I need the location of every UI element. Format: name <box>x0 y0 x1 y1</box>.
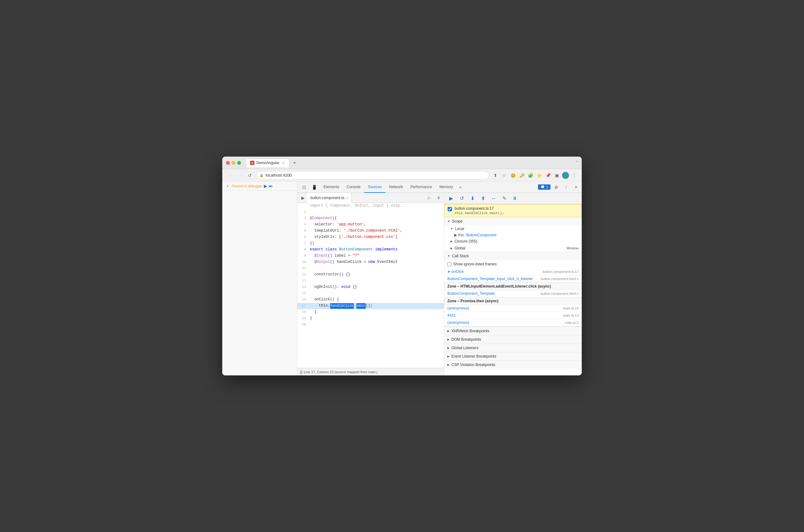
url-lock-icon: 🔒 <box>260 173 264 177</box>
format-button[interactable]: {} <box>300 369 303 374</box>
call-stack-item-template[interactable]: ButtonComponent_Template button.componen… <box>444 290 582 297</box>
more-menu-icon[interactable]: ⋮ <box>571 172 578 179</box>
file-navigator-icon[interactable]: ▶ <box>299 193 307 202</box>
tab-elements[interactable]: Elements <box>320 182 343 193</box>
local-header[interactable]: ▼ Local <box>444 225 582 232</box>
code-line-18: 18 } <box>297 309 444 316</box>
minimize-button[interactable] <box>232 161 235 165</box>
xhr-fetch-breakpoints-header[interactable]: ▶ XHR/fetch Breakpoints <box>444 327 582 335</box>
global-listeners-chevron: ▶ <box>447 346 449 349</box>
dom-breakpoints-header[interactable]: ▶ DOM Breakpoints <box>444 335 582 343</box>
bookmark-icon[interactable]: ☆ <box>500 172 508 179</box>
resume-icon[interactable]: ▶ <box>264 184 267 189</box>
pin-icon[interactable]: 📌 <box>544 172 552 179</box>
csp-label: CSP Violation Breakpoints <box>452 363 495 367</box>
devtools-settings-button[interactable]: ⚙ <box>552 183 560 192</box>
tab-network[interactable]: Network <box>385 182 407 193</box>
add-breakpoint-button[interactable]: + <box>225 184 230 189</box>
tab-performance[interactable]: Performance <box>407 182 436 193</box>
deactivate-breakpoints-button[interactable]: ✎ <box>500 194 509 203</box>
user-avatar[interactable] <box>562 172 569 179</box>
show-ignored-checkbox[interactable] <box>447 262 452 266</box>
device-toolbar-icon[interactable]: 📱 <box>310 183 319 192</box>
title-bar: A DemoAngular × + ˅ <box>222 157 582 169</box>
sidebar-icon[interactable]: ▣ <box>553 172 560 179</box>
snippets-icon[interactable]: ▷ <box>425 194 433 202</box>
csp-violation-breakpoints-header[interactable]: ▶ CSP Violation Breakpoints <box>444 360 582 369</box>
global-header[interactable]: ▶ Global Window <box>444 245 582 252</box>
devtools-tabs: ⊡ 📱 Elements Console Sources Network Per… <box>297 182 582 193</box>
editor-tab-close[interactable]: × <box>346 196 348 200</box>
pause-on-exceptions-button[interactable]: ⏸ <box>511 194 519 203</box>
code-line-7: 7 }) <box>297 240 444 247</box>
show-ignored-row: Show ignore-listed frames <box>444 260 582 268</box>
tab-memory[interactable]: Memory <box>436 182 457 193</box>
editor-toolbar: ▶ button.component.ts × ▷ ⏸ <box>297 193 444 203</box>
console-badge-button[interactable]: 💬 1 <box>538 185 551 190</box>
back-button[interactable]: ← <box>226 172 233 179</box>
editor-pause-icon[interactable]: ⏸ <box>435 194 443 202</box>
global-listeners-label: Global Listeners <box>452 346 479 350</box>
close-button[interactable] <box>226 161 230 165</box>
closure-label: Closure (355) <box>455 239 477 244</box>
tab-menu-button[interactable]: ˅ <box>576 161 578 165</box>
new-tab-button[interactable]: + <box>291 159 298 167</box>
left-sidebar: + Paused in debugger ▶ ⏭ <box>222 182 297 375</box>
call-stack-item-anonymous-2[interactable]: (anonymous) main.js:2 <box>444 319 582 326</box>
code-line-14: 14 ngOnInit(): void {} <box>297 284 444 290</box>
xhr-label: XHR/fetch Breakpoints <box>452 329 489 333</box>
closure-header[interactable]: ▶ Closure (355) <box>444 238 582 245</box>
call-stack-item-template-listener[interactable]: ButtonComponent_Template_input_click_0_l… <box>444 276 582 283</box>
maximize-button[interactable] <box>237 161 241 165</box>
tab-close-button[interactable]: × <box>281 161 285 165</box>
resume-execution-button[interactable]: ▶ <box>447 194 456 203</box>
call-stack-item-anonymous-1[interactable]: (anonymous) main.ts:15 <box>444 305 582 312</box>
tab-sources[interactable]: Sources <box>364 182 385 193</box>
editor-actions: ▷ ⏸ <box>425 194 443 202</box>
plus-icon: + <box>227 184 229 188</box>
breakpoint-code: this.handleClick.emit(); <box>455 211 504 215</box>
url-bar[interactable]: 🔒 localhost:4200 <box>256 171 489 180</box>
share-icon[interactable]: ⬆ <box>492 172 499 179</box>
scope-this-item[interactable]: ▶ this: ButtonComponent <box>444 232 582 238</box>
profile-icon[interactable]: 😊 <box>509 172 517 179</box>
password-icon[interactable]: 🔑 <box>518 172 525 179</box>
editor-tab-file[interactable]: button.component.ts × <box>307 193 352 203</box>
scope-header[interactable]: ▼ Scope <box>444 217 582 225</box>
reload-button[interactable]: ↺ <box>246 172 253 179</box>
devtools-more-button[interactable]: ⋮ <box>562 183 571 192</box>
favorites-icon[interactable]: ⭐ <box>535 172 543 179</box>
call-fn-anonymous-1: (anonymous) <box>447 306 469 310</box>
inspect-element-icon[interactable]: ⊡ <box>300 183 308 192</box>
step-out-button[interactable]: ⬆ <box>479 194 487 203</box>
devtools-close-button[interactable]: × <box>572 183 580 192</box>
paused-label: Paused in debugger <box>232 184 262 188</box>
step-icon[interactable]: ⏭ <box>269 184 273 189</box>
step-button[interactable]: ↔ <box>489 194 498 203</box>
devtools-actions: 💬 1 ⚙ ⋮ × <box>538 183 580 192</box>
code-line-19: 19 } <box>297 316 444 322</box>
dom-label: DOM Breakpoints <box>452 337 481 342</box>
call-stack-item-onclick[interactable]: ➤ onClick button.component.ts:17 <box>444 268 582 276</box>
code-line-17: 17 this.handleClick.emit(); <box>297 303 444 309</box>
breakpoint-title: button.component.ts:17 <box>455 206 504 211</box>
event-listener-breakpoints-header[interactable]: ▶ Event Listener Breakpoints <box>444 352 582 360</box>
step-into-button[interactable]: ⬇ <box>468 194 477 203</box>
browser-tab[interactable]: A DemoAngular × <box>246 158 289 167</box>
code-editor: ▶ button.component.ts × ▷ ⏸ <box>297 193 444 375</box>
call-fn-anonymous-2: (anonymous) <box>447 320 469 325</box>
tab-overflow-button[interactable]: » <box>457 185 464 189</box>
tab-console[interactable]: Console <box>343 182 364 193</box>
forward-button[interactable]: → <box>236 172 244 179</box>
closure-chevron: ▶ <box>451 240 453 243</box>
call-stack-header[interactable]: ▼ Call Stack <box>444 252 582 260</box>
step-over-button[interactable]: ↺ <box>457 194 466 203</box>
breakpoint-checkbox[interactable] <box>448 207 452 211</box>
code-area[interactable]: import { Component, OnInit, Input } outp… <box>297 203 444 368</box>
paused-badge: Paused in debugger ▶ ⏭ <box>232 184 273 189</box>
extensions-icon[interactable]: 🧩 <box>527 172 534 179</box>
debug-toolbar: ▶ ↺ ⬇ ⬆ ↔ ✎ ⏸ <box>444 193 582 204</box>
call-stack-item-4431[interactable]: 4431 main.ts:13 <box>444 312 582 319</box>
global-listeners-header[interactable]: ▶ Global Listeners <box>444 343 582 352</box>
local-chevron: ▼ <box>451 227 453 230</box>
